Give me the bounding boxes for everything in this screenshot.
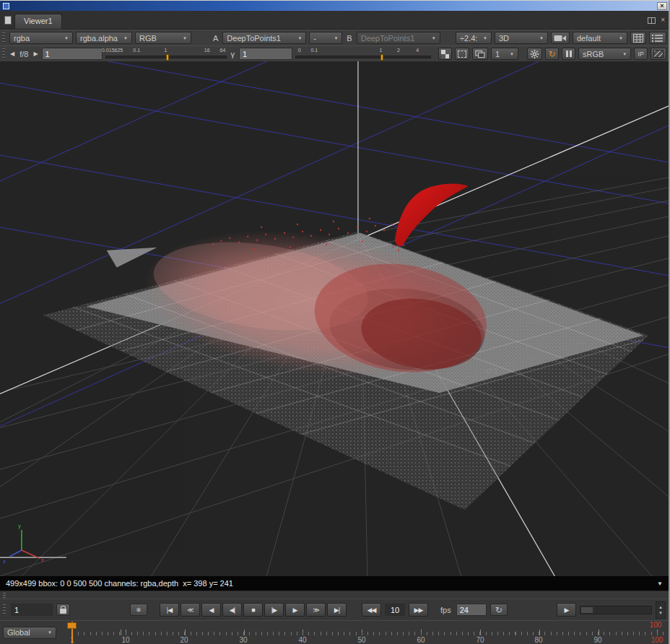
snowflake-icon: ❄ [136, 606, 142, 614]
pause-button[interactable] [562, 48, 575, 60]
jump-back-button[interactable]: ◀◀ [362, 603, 381, 617]
overlap-squares-icon [475, 50, 485, 58]
a-source-select[interactable]: DeepToPoints1 ▼ [222, 32, 306, 44]
tab-label: Viewer1 [24, 17, 53, 25]
close-panel-icon[interactable]: × [661, 17, 665, 24]
alpha-select[interactable]: rgba.alpha ▼ [76, 32, 132, 44]
toolbar-grip[interactable] [2, 32, 5, 44]
render-camera-button[interactable] [551, 32, 570, 44]
loop-mode-button[interactable]: ↻ [490, 604, 508, 616]
gain-slider[interactable]: 0.015625 0.1 1 16 64 [105, 47, 227, 61]
compose-select[interactable]: - ▼ [309, 32, 342, 44]
ruler-label-end: 100 [651, 636, 664, 644]
b-source-select[interactable]: DeepToPoints1 ▼ [357, 32, 440, 44]
fstop-prev-button[interactable]: ◀ [9, 51, 15, 57]
titlebar[interactable]: × [0, 1, 669, 11]
tab-viewer1[interactable]: Viewer1 [14, 14, 62, 29]
view-select[interactable]: 3D ▼ [495, 32, 548, 44]
play-forward-button[interactable]: ▶ [285, 603, 305, 617]
step-down-icon[interactable]: ▾ [659, 610, 662, 616]
chevron-down-icon: ▼ [483, 36, 487, 40]
ip-toggle-button[interactable]: IP [634, 48, 648, 60]
panel-menu-icon[interactable] [4, 16, 12, 25]
transport-controls: |◀ ≪ ◀ ◀| ■ |▶ ▶ ≫ ▶| [160, 603, 347, 617]
gain-slider-handle[interactable] [166, 54, 169, 61]
lock-frame-button[interactable] [56, 604, 70, 616]
refresh-button[interactable]: ↻ [545, 48, 559, 60]
fps-label: fps [439, 606, 453, 614]
render-progress-bar[interactable] [580, 606, 652, 614]
ruler-label: 90 [593, 636, 601, 644]
ruler-label: 70 [476, 636, 484, 644]
gamma-slider-handle[interactable] [380, 54, 383, 61]
gamma-input[interactable] [239, 48, 292, 60]
step-up-icon[interactable]: ▴ [659, 604, 662, 610]
play-backward-button[interactable]: ◀ [201, 603, 221, 617]
resize-strip[interactable] [0, 591, 669, 599]
playbar-grip[interactable] [3, 604, 6, 616]
fstop-next-button[interactable]: ▶ [32, 51, 38, 57]
ruler-label: 30 [239, 636, 247, 644]
step-forward-button[interactable]: |▶ [264, 603, 284, 617]
chevron-down-icon: ▼ [510, 52, 514, 56]
chevron-down-icon: ▼ [619, 36, 623, 40]
current-frame-input[interactable] [11, 604, 53, 616]
colorspace-select[interactable]: sRGB ▼ [578, 48, 631, 60]
gain-input[interactable] [42, 48, 103, 60]
frame-stepper[interactable]: ▴ ▾ [656, 601, 666, 619]
svg-text:x: x [41, 557, 44, 563]
roi-dashed-button[interactable] [455, 48, 469, 60]
stop-button[interactable]: ■ [243, 603, 263, 617]
chevron-down-icon: ▼ [297, 36, 302, 40]
toolbar-grip[interactable] [2, 48, 5, 60]
playhead-marker[interactable] [67, 622, 77, 629]
checkerboard-button[interactable] [438, 48, 452, 60]
viewport-3d[interactable]: 0.1 y x z [0, 61, 669, 576]
chevron-down-icon: ▼ [539, 36, 544, 40]
diagonal-stripes-icon [653, 50, 664, 58]
svg-text:y: y [18, 523, 21, 529]
checkerboard-icon [441, 50, 449, 58]
roi-grid-button[interactable] [630, 32, 646, 44]
goto-start-button[interactable]: |◀ [160, 603, 179, 617]
ruler-label: 10 [121, 636, 129, 644]
refresh-icon: ↻ [548, 50, 555, 58]
step-back-button[interactable]: ◀| [222, 603, 242, 617]
jump-forward-button[interactable]: ▶▶ [409, 603, 428, 617]
frame-increment-input[interactable] [385, 604, 405, 616]
fps-input[interactable] [456, 604, 487, 616]
timeline-range-select[interactable]: Global ▼ [3, 627, 56, 639]
freeze-button[interactable]: ❄ [130, 604, 147, 616]
next-keyframe-button[interactable]: ≫ [306, 603, 326, 617]
viewer-window: × Viewer1 × rgba ▼ rgba.alpha ▼ RGB ▼ A … [0, 0, 670, 644]
goto-end-button[interactable]: ▶| [327, 603, 347, 617]
gamma-slider[interactable]: 0 0.1 1 2 4 [295, 47, 431, 61]
strip-grip-icon [3, 593, 6, 598]
layer-select[interactable]: rgba ▼ [9, 32, 73, 44]
viewport-canvas: 0.1 y x z [0, 61, 669, 576]
wipe-stripes-button[interactable] [651, 48, 666, 60]
chevron-down-icon: ▼ [334, 36, 338, 40]
window-close-button[interactable]: × [657, 2, 667, 10]
camera-select[interactable]: default ▼ [573, 32, 627, 44]
flipbook-button[interactable]: ▶ [557, 603, 576, 617]
playback-bar: ❄ |◀ ≪ ◀ ◀| ■ |▶ ▶ ≫ ▶| ◀◀ ▶▶ fps ↻ ▶ ▴ … [0, 599, 669, 620]
viewer-toolbar-top: rgba ▼ rgba.alpha ▼ RGB ▼ A DeepToPoints… [0, 30, 669, 45]
proxy-select[interactable]: 1 ▼ [491, 48, 518, 60]
svg-text:z: z [3, 558, 6, 565]
pause-icon [566, 51, 572, 57]
split-view-icon[interactable] [648, 17, 656, 24]
downrez-select[interactable]: ÷2.4: ▼ [456, 32, 492, 44]
viewer-layout-button[interactable] [649, 32, 666, 44]
info-expand-icon[interactable]: ▼ [657, 580, 663, 587]
ruler-label: 80 [534, 636, 542, 644]
prev-keyframe-button[interactable]: ≪ [180, 603, 200, 617]
display-channel-select[interactable]: RGB ▼ [135, 32, 191, 44]
timeline-ruler[interactable]: 1 10 20 30 40 50 60 70 80 90 100 100 [0, 621, 669, 644]
range-end-label: 100 [650, 621, 662, 629]
settings-gear-button[interactable] [527, 48, 542, 60]
camera-icon [554, 34, 567, 43]
input-process-button[interactable] [472, 48, 488, 60]
image-info-text: 499x499 bbox: 0 0 500 500 channels: rgba… [6, 579, 233, 588]
chevron-down-icon: ▼ [48, 630, 52, 635]
